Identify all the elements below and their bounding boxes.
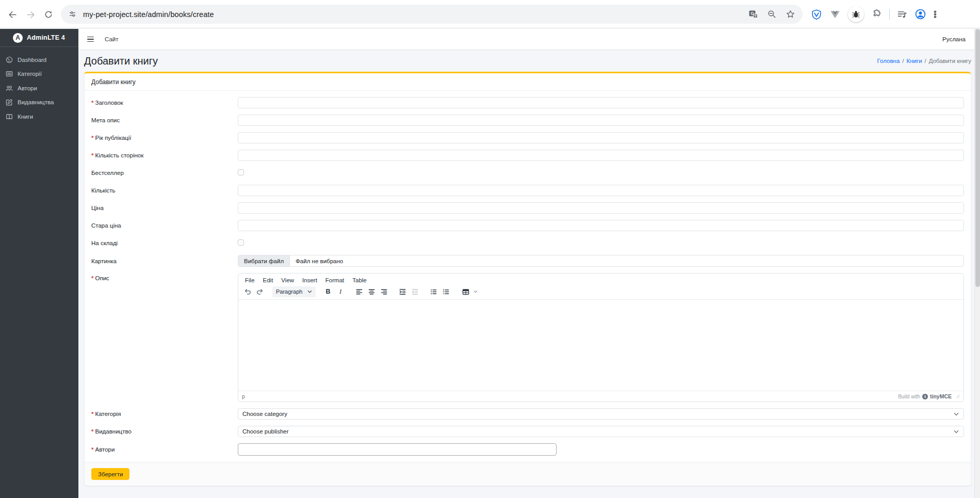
sidebar-item-publishers[interactable]: Видавництва (0, 95, 78, 110)
form-row-meta: Мета опис (91, 115, 964, 126)
field-label: На складі (91, 240, 238, 246)
user-menu[interactable]: Руслана (942, 36, 966, 42)
indent-icon[interactable] (396, 286, 409, 297)
top-navbar: Сайт Руслана (78, 29, 974, 50)
bullet-list-icon[interactable] (427, 286, 439, 297)
file-choose-button[interactable]: Вибрати файл (238, 255, 290, 266)
bug-extension-icon[interactable] (848, 6, 864, 22)
form-row-category: *Категорія Choose category (91, 408, 964, 420)
nav-site-link[interactable]: Сайт (105, 36, 119, 42)
breadcrumb-books-link[interactable]: Книги (907, 58, 922, 64)
sidebar-item-authors[interactable]: Автори (0, 81, 78, 95)
title-input[interactable] (238, 97, 964, 108)
required-asterisk: * (91, 446, 93, 453)
editor-menu-file[interactable]: File (241, 276, 259, 284)
field-label: *Заголовок (91, 100, 238, 106)
editor-menu-format[interactable]: Format (321, 276, 348, 284)
editor-content-area[interactable] (238, 300, 963, 391)
page-scrollbar[interactable] (974, 29, 980, 498)
required-asterisk: * (91, 152, 93, 158)
table-icon[interactable] (458, 286, 473, 297)
numbered-list-icon[interactable] (439, 286, 452, 297)
breadcrumb: Головна / Книги / Добавити книгу (877, 58, 971, 64)
meta-description-input[interactable] (238, 115, 964, 126)
screen: my-pet-project.site/admin/books/create G (0, 0, 980, 498)
shield-extension-icon[interactable] (811, 9, 822, 20)
book-icon (5, 113, 13, 120)
tinymce-logo-icon: t (922, 394, 928, 399)
editor-menu-edit[interactable]: Edit (259, 276, 277, 284)
publication-year-input[interactable] (238, 132, 964, 143)
editor-menu-insert[interactable]: Insert (298, 276, 321, 284)
redo-icon[interactable] (254, 286, 266, 297)
field-label: Стара ціна (91, 222, 238, 229)
in-stock-checkbox[interactable] (238, 239, 244, 246)
align-center-icon[interactable] (365, 286, 378, 297)
form-row-price: Ціна (91, 202, 964, 214)
align-right-icon[interactable] (378, 286, 390, 297)
back-arrow-icon[interactable] (6, 8, 19, 21)
sidebar-item-label: Видавництва (18, 99, 54, 105)
paragraph-format-dropdown[interactable]: Paragraph (272, 286, 316, 297)
profile-avatar-icon[interactable] (914, 8, 926, 20)
breadcrumb-separator: / (902, 58, 904, 64)
editor-statusbar: p Build with t tinyMCE (238, 391, 963, 401)
pages-count-input[interactable] (238, 150, 964, 161)
image-file-input[interactable]: Вибрати файл Файл не вибрано (238, 255, 964, 267)
forward-arrow-icon[interactable] (24, 8, 37, 21)
vue-devtools-extension-icon[interactable] (829, 9, 841, 20)
form-row-publisher: *Видавництво Choose publisher (91, 426, 964, 437)
site-info-icon[interactable] (68, 10, 77, 19)
editor-menu-view[interactable]: View (277, 276, 298, 284)
sidebar-item-label: Dashboard (18, 57, 46, 63)
old-price-input[interactable] (238, 220, 964, 231)
reload-icon[interactable] (42, 8, 55, 21)
resize-grip-icon[interactable] (956, 394, 960, 398)
authors-input[interactable] (238, 443, 557, 456)
form-row-pages: *Кількість сторінок (91, 150, 964, 161)
required-asterisk: * (91, 411, 93, 417)
scrollbar-thumb[interactable] (975, 29, 980, 287)
sidebar-brand[interactable]: A AdminLTE 4 (0, 29, 78, 47)
url-bar[interactable]: my-pet-project.site/admin/books/create G (61, 5, 803, 24)
translate-icon[interactable]: G (748, 9, 758, 19)
media-controls-icon[interactable] (897, 9, 907, 20)
sidebar-item-books[interactable]: Книги (0, 109, 78, 124)
bold-icon[interactable]: B (322, 286, 334, 297)
menu-kebab-icon[interactable]: ••• (934, 10, 937, 18)
form-row-in-stock: На складі (91, 237, 964, 249)
chevron-down-icon (954, 430, 959, 433)
category-select[interactable]: Choose category (238, 408, 964, 420)
editor-element-path[interactable]: p (242, 393, 245, 399)
breadcrumb-home-link[interactable]: Головна (877, 58, 900, 64)
file-status-text: Файл не вибрано (290, 255, 349, 266)
extensions-puzzle-icon[interactable] (871, 9, 882, 20)
chevron-down-icon (954, 412, 959, 416)
browser-toolbar: my-pet-project.site/admin/books/create G (0, 0, 980, 28)
add-book-card: Добавити книгу *Заголовок Мета опис *Рік… (84, 72, 971, 486)
zoom-out-icon[interactable] (767, 9, 777, 19)
save-button[interactable]: Зберегти (91, 468, 129, 480)
page-body: A AdminLTE 4 Dashboard Категорії (0, 29, 974, 498)
adminlte-logo-icon: A (13, 33, 23, 43)
chevron-down-icon (307, 290, 312, 293)
sidebar-item-dashboard[interactable]: Dashboard (0, 53, 78, 67)
align-left-icon[interactable] (353, 286, 365, 297)
quantity-input[interactable] (238, 185, 964, 196)
field-label: *Кількість сторінок (91, 152, 238, 158)
italic-icon[interactable]: I (334, 286, 347, 297)
price-input[interactable] (238, 202, 964, 214)
editor-menu-table[interactable]: Table (348, 276, 371, 284)
toolbar-divider (889, 9, 890, 20)
publisher-select[interactable]: Choose publisher (238, 426, 964, 437)
outdent-icon[interactable] (409, 286, 421, 297)
undo-icon[interactable] (241, 286, 254, 297)
sidebar-item-categories[interactable]: Категорії (0, 67, 78, 82)
tinymce-brand-name[interactable]: tinyMCE (930, 393, 952, 399)
url-text[interactable]: my-pet-project.site/admin/books/create (83, 10, 214, 19)
form-row-old-price: Стара ціна (91, 220, 964, 231)
main-area: Сайт Руслана Добавити книгу Головна / Кн… (78, 29, 974, 498)
bestseller-checkbox[interactable] (238, 169, 244, 175)
bookmark-star-icon[interactable] (786, 9, 795, 19)
sidebar-toggle-icon[interactable] (87, 37, 94, 42)
